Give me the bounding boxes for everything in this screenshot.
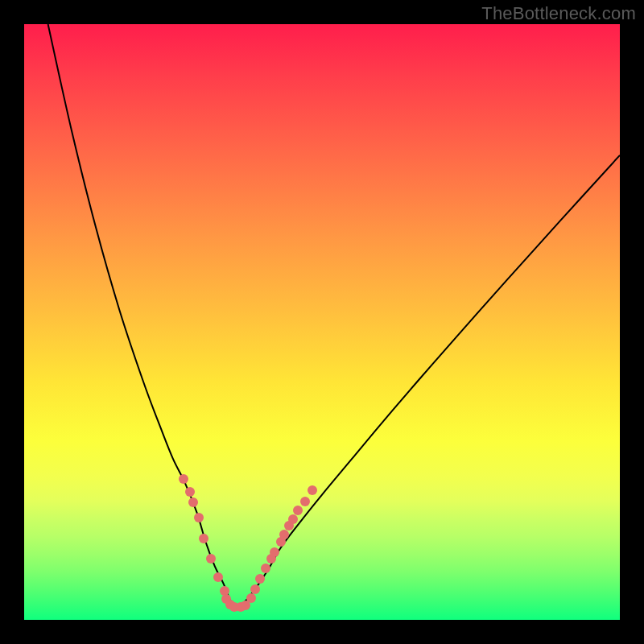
marker-dot-right	[279, 530, 289, 539]
marker-dot-right	[270, 547, 279, 557]
marker-dot-left	[188, 497, 198, 507]
curve-svg	[24, 24, 620, 620]
marker-dot-left	[194, 513, 204, 522]
marker-dot-left	[199, 534, 208, 543]
marker-dot-right	[246, 593, 256, 603]
watermark-text: TheBottleneck.com	[481, 3, 636, 24]
marker-dot-right	[250, 584, 260, 594]
curve-left-branch	[48, 24, 235, 608]
marker-dot-right	[293, 506, 303, 515]
marker-dot-right	[308, 485, 317, 495]
marker-dot-right	[261, 564, 270, 573]
curve-right-branch	[235, 155, 620, 608]
marker-dot-left	[179, 474, 188, 484]
plot-area	[24, 24, 620, 620]
marker-dot-left	[206, 554, 216, 564]
marker-dot-left	[213, 572, 223, 582]
outer-frame: TheBottleneck.com	[0, 0, 644, 644]
marker-dot-left	[185, 487, 195, 497]
marker-dot-right	[300, 497, 310, 506]
marker-dot-right	[288, 514, 298, 524]
marker-dot-right	[255, 574, 265, 584]
